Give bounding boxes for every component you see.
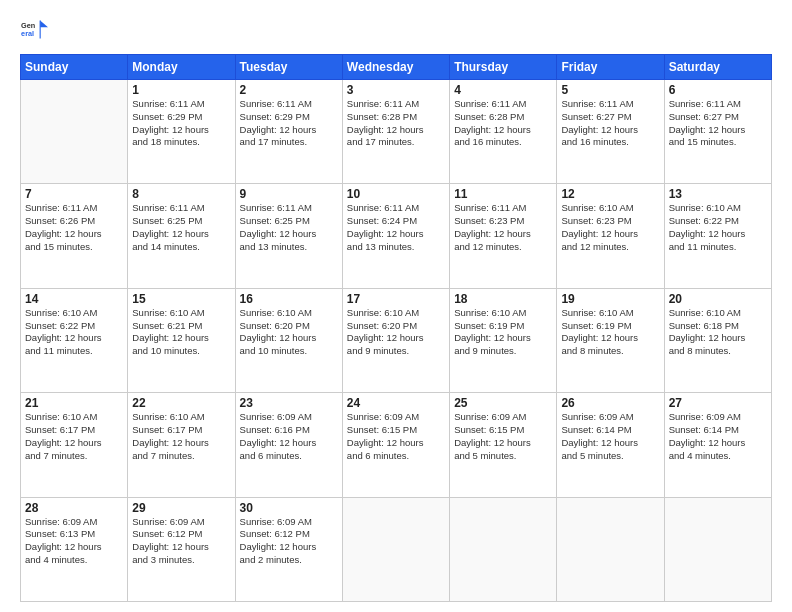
day-number: 27: [669, 396, 767, 410]
calendar-cell: 1Sunrise: 6:11 AM Sunset: 6:29 PM Daylig…: [128, 80, 235, 184]
calendar-cell: [342, 497, 449, 601]
calendar-header-row: SundayMondayTuesdayWednesdayThursdayFrid…: [21, 55, 772, 80]
calendar-cell: 11Sunrise: 6:11 AM Sunset: 6:23 PM Dayli…: [450, 184, 557, 288]
calendar-cell: 7Sunrise: 6:11 AM Sunset: 6:26 PM Daylig…: [21, 184, 128, 288]
calendar-cell: 3Sunrise: 6:11 AM Sunset: 6:28 PM Daylig…: [342, 80, 449, 184]
day-info: Sunrise: 6:10 AM Sunset: 6:23 PM Dayligh…: [561, 202, 659, 253]
day-number: 15: [132, 292, 230, 306]
day-number: 18: [454, 292, 552, 306]
calendar-cell: 16Sunrise: 6:10 AM Sunset: 6:20 PM Dayli…: [235, 288, 342, 392]
day-info: Sunrise: 6:11 AM Sunset: 6:25 PM Dayligh…: [132, 202, 230, 253]
day-info: Sunrise: 6:10 AM Sunset: 6:17 PM Dayligh…: [25, 411, 123, 462]
day-of-week-header: Wednesday: [342, 55, 449, 80]
calendar-cell: 19Sunrise: 6:10 AM Sunset: 6:19 PM Dayli…: [557, 288, 664, 392]
calendar-week-row: 28Sunrise: 6:09 AM Sunset: 6:13 PM Dayli…: [21, 497, 772, 601]
day-info: Sunrise: 6:10 AM Sunset: 6:20 PM Dayligh…: [240, 307, 338, 358]
calendar-cell: 30Sunrise: 6:09 AM Sunset: 6:12 PM Dayli…: [235, 497, 342, 601]
day-of-week-header: Tuesday: [235, 55, 342, 80]
day-info: Sunrise: 6:10 AM Sunset: 6:20 PM Dayligh…: [347, 307, 445, 358]
day-number: 6: [669, 83, 767, 97]
day-info: Sunrise: 6:11 AM Sunset: 6:27 PM Dayligh…: [669, 98, 767, 149]
day-info: Sunrise: 6:10 AM Sunset: 6:19 PM Dayligh…: [454, 307, 552, 358]
header: General: [20, 16, 772, 44]
calendar-cell: [21, 80, 128, 184]
calendar-cell: 9Sunrise: 6:11 AM Sunset: 6:25 PM Daylig…: [235, 184, 342, 288]
day-number: 17: [347, 292, 445, 306]
day-of-week-header: Monday: [128, 55, 235, 80]
day-info: Sunrise: 6:11 AM Sunset: 6:27 PM Dayligh…: [561, 98, 659, 149]
day-info: Sunrise: 6:10 AM Sunset: 6:22 PM Dayligh…: [669, 202, 767, 253]
svg-text:eral: eral: [21, 29, 34, 38]
day-info: Sunrise: 6:09 AM Sunset: 6:16 PM Dayligh…: [240, 411, 338, 462]
day-number: 21: [25, 396, 123, 410]
calendar-cell: 18Sunrise: 6:10 AM Sunset: 6:19 PM Dayli…: [450, 288, 557, 392]
calendar-cell: 20Sunrise: 6:10 AM Sunset: 6:18 PM Dayli…: [664, 288, 771, 392]
day-info: Sunrise: 6:11 AM Sunset: 6:28 PM Dayligh…: [454, 98, 552, 149]
day-info: Sunrise: 6:10 AM Sunset: 6:18 PM Dayligh…: [669, 307, 767, 358]
logo-icon: General: [20, 16, 48, 44]
day-number: 2: [240, 83, 338, 97]
calendar-week-row: 7Sunrise: 6:11 AM Sunset: 6:26 PM Daylig…: [21, 184, 772, 288]
logo: General: [20, 16, 52, 44]
calendar-cell: 13Sunrise: 6:10 AM Sunset: 6:22 PM Dayli…: [664, 184, 771, 288]
day-number: 23: [240, 396, 338, 410]
day-number: 26: [561, 396, 659, 410]
calendar-cell: 2Sunrise: 6:11 AM Sunset: 6:29 PM Daylig…: [235, 80, 342, 184]
day-info: Sunrise: 6:10 AM Sunset: 6:19 PM Dayligh…: [561, 307, 659, 358]
calendar-week-row: 21Sunrise: 6:10 AM Sunset: 6:17 PM Dayli…: [21, 393, 772, 497]
day-number: 9: [240, 187, 338, 201]
day-number: 28: [25, 501, 123, 515]
day-of-week-header: Thursday: [450, 55, 557, 80]
calendar-cell: 5Sunrise: 6:11 AM Sunset: 6:27 PM Daylig…: [557, 80, 664, 184]
day-number: 14: [25, 292, 123, 306]
calendar-cell: 29Sunrise: 6:09 AM Sunset: 6:12 PM Dayli…: [128, 497, 235, 601]
day-number: 20: [669, 292, 767, 306]
day-of-week-header: Saturday: [664, 55, 771, 80]
day-number: 4: [454, 83, 552, 97]
day-of-week-header: Friday: [557, 55, 664, 80]
day-info: Sunrise: 6:09 AM Sunset: 6:15 PM Dayligh…: [454, 411, 552, 462]
calendar-cell: 15Sunrise: 6:10 AM Sunset: 6:21 PM Dayli…: [128, 288, 235, 392]
day-number: 7: [25, 187, 123, 201]
calendar-cell: 17Sunrise: 6:10 AM Sunset: 6:20 PM Dayli…: [342, 288, 449, 392]
day-number: 13: [669, 187, 767, 201]
calendar-cell: 8Sunrise: 6:11 AM Sunset: 6:25 PM Daylig…: [128, 184, 235, 288]
day-info: Sunrise: 6:11 AM Sunset: 6:26 PM Dayligh…: [25, 202, 123, 253]
day-info: Sunrise: 6:11 AM Sunset: 6:25 PM Dayligh…: [240, 202, 338, 253]
calendar-week-row: 1Sunrise: 6:11 AM Sunset: 6:29 PM Daylig…: [21, 80, 772, 184]
day-number: 24: [347, 396, 445, 410]
day-info: Sunrise: 6:10 AM Sunset: 6:17 PM Dayligh…: [132, 411, 230, 462]
day-number: 25: [454, 396, 552, 410]
calendar-cell: 26Sunrise: 6:09 AM Sunset: 6:14 PM Dayli…: [557, 393, 664, 497]
day-number: 29: [132, 501, 230, 515]
day-number: 22: [132, 396, 230, 410]
day-info: Sunrise: 6:09 AM Sunset: 6:15 PM Dayligh…: [347, 411, 445, 462]
day-number: 12: [561, 187, 659, 201]
day-info: Sunrise: 6:10 AM Sunset: 6:22 PM Dayligh…: [25, 307, 123, 358]
calendar-cell: 12Sunrise: 6:10 AM Sunset: 6:23 PM Dayli…: [557, 184, 664, 288]
calendar-cell: 6Sunrise: 6:11 AM Sunset: 6:27 PM Daylig…: [664, 80, 771, 184]
day-number: 11: [454, 187, 552, 201]
day-info: Sunrise: 6:11 AM Sunset: 6:29 PM Dayligh…: [240, 98, 338, 149]
calendar-week-row: 14Sunrise: 6:10 AM Sunset: 6:22 PM Dayli…: [21, 288, 772, 392]
day-of-week-header: Sunday: [21, 55, 128, 80]
day-info: Sunrise: 6:09 AM Sunset: 6:12 PM Dayligh…: [132, 516, 230, 567]
calendar-cell: 23Sunrise: 6:09 AM Sunset: 6:16 PM Dayli…: [235, 393, 342, 497]
calendar-cell: 10Sunrise: 6:11 AM Sunset: 6:24 PM Dayli…: [342, 184, 449, 288]
day-number: 16: [240, 292, 338, 306]
calendar-cell: 27Sunrise: 6:09 AM Sunset: 6:14 PM Dayli…: [664, 393, 771, 497]
svg-marker-2: [40, 20, 48, 27]
page: General SundayMondayTuesdayWednesdayThur…: [0, 0, 792, 612]
day-number: 10: [347, 187, 445, 201]
day-info: Sunrise: 6:09 AM Sunset: 6:14 PM Dayligh…: [669, 411, 767, 462]
calendar-cell: 14Sunrise: 6:10 AM Sunset: 6:22 PM Dayli…: [21, 288, 128, 392]
calendar-cell: 21Sunrise: 6:10 AM Sunset: 6:17 PM Dayli…: [21, 393, 128, 497]
day-info: Sunrise: 6:11 AM Sunset: 6:24 PM Dayligh…: [347, 202, 445, 253]
calendar-cell: 25Sunrise: 6:09 AM Sunset: 6:15 PM Dayli…: [450, 393, 557, 497]
day-info: Sunrise: 6:09 AM Sunset: 6:14 PM Dayligh…: [561, 411, 659, 462]
day-info: Sunrise: 6:11 AM Sunset: 6:28 PM Dayligh…: [347, 98, 445, 149]
day-info: Sunrise: 6:09 AM Sunset: 6:12 PM Dayligh…: [240, 516, 338, 567]
calendar-cell: [557, 497, 664, 601]
calendar-cell: 22Sunrise: 6:10 AM Sunset: 6:17 PM Dayli…: [128, 393, 235, 497]
day-info: Sunrise: 6:09 AM Sunset: 6:13 PM Dayligh…: [25, 516, 123, 567]
